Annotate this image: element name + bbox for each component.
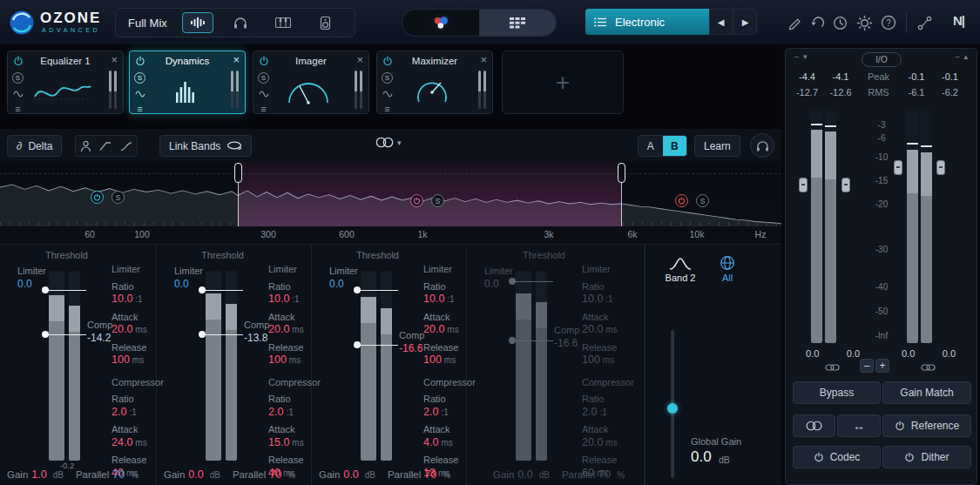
monitor-reference-button[interactable]	[310, 12, 341, 33]
limiter-attack-value[interactable]: 20.0ms	[112, 323, 164, 335]
signal-flow-button[interactable]	[915, 13, 934, 32]
global-gain-handle[interactable]	[667, 403, 678, 414]
compressor-attack-value[interactable]: 20.0ms	[582, 436, 634, 448]
spectrum-analyzer[interactable]: S S S 60 100 300 600 1k 3k 6k 10k	[0, 161, 781, 244]
band-meter[interactable]	[49, 271, 85, 461]
band2-solo-icon[interactable]: S	[431, 194, 444, 207]
slope-linear-icon[interactable]	[99, 140, 112, 152]
band2-power-icon[interactable]	[410, 194, 423, 207]
limiter-attack-value[interactable]: 20.0ms	[582, 323, 634, 335]
preset-prev-button[interactable]: ◀	[709, 9, 733, 35]
input-gain-right[interactable]: 0.0	[847, 348, 860, 359]
channel-swap-button[interactable]: ↔	[837, 414, 881, 437]
comp-threshold-value[interactable]: -16.6	[554, 337, 579, 350]
output-gain-left[interactable]: 0.0	[902, 348, 915, 359]
band4-solo-icon[interactable]: S	[696, 194, 709, 207]
link-bands-button[interactable]: Link Bands	[159, 135, 252, 157]
module-preset-icon[interactable]: ≡	[137, 104, 142, 113]
output-gain-handle-right[interactable]	[936, 160, 945, 175]
module-card-imager[interactable]: Imager × S ≡	[253, 51, 369, 114]
parallel-value[interactable]: 70	[269, 468, 281, 481]
add-module-slot[interactable]: +	[502, 51, 624, 114]
keyboard-button[interactable]	[267, 12, 299, 33]
limiter-threshold-handle[interactable]	[202, 290, 243, 291]
comp-threshold-value[interactable]: -16.6	[399, 342, 424, 355]
list-view-button[interactable]	[479, 10, 556, 36]
compressor-threshold-handle[interactable]	[202, 334, 243, 335]
bypass-button[interactable]: Bypass	[793, 381, 881, 404]
module-solo-button[interactable]: S	[134, 72, 145, 84]
input-gain-left[interactable]: 0.0	[806, 348, 819, 359]
compressor-ratio-value[interactable]: 2.0:1	[582, 406, 634, 418]
module-solo-button[interactable]: S	[382, 72, 393, 84]
limiter-threshold-handle[interactable]	[45, 290, 86, 291]
input-link-icon[interactable]	[825, 363, 840, 372]
all-bands-button[interactable]: All	[710, 255, 745, 283]
module-solo-button[interactable]: S	[258, 72, 269, 84]
module-card-dynamics[interactable]: Dynamics × S ≡	[129, 51, 246, 114]
zoom-out-button[interactable]: –	[860, 359, 874, 373]
stereo-mode-button[interactable]	[793, 414, 835, 437]
module-close-icon[interactable]: ×	[233, 54, 240, 65]
source-select[interactable]: Full Mix	[128, 17, 167, 30]
learn-button[interactable]: Learn	[694, 135, 740, 157]
output-link-icon[interactable]	[921, 363, 936, 372]
module-close-icon[interactable]: ×	[480, 54, 487, 65]
limiter-threshold-handle[interactable]	[512, 281, 553, 282]
reference-button[interactable]: Reference	[882, 414, 971, 437]
io-collapse-left[interactable]: –▾	[794, 52, 808, 61]
detection-filter-icon[interactable]	[80, 140, 91, 152]
undo-button[interactable]	[808, 13, 827, 32]
band-meter[interactable]	[516, 271, 552, 461]
ab-compare-b[interactable]: B	[663, 136, 687, 156]
help-button[interactable]: ?	[879, 13, 898, 32]
parallel-value[interactable]: 70	[112, 468, 125, 481]
band-gain-value[interactable]: 0.0	[343, 468, 358, 481]
waveform-view-button[interactable]	[182, 12, 213, 33]
compressor-threshold-handle[interactable]	[357, 345, 398, 346]
band1-solo-icon[interactable]: S	[112, 191, 125, 204]
output-gain-handle-left[interactable]	[894, 160, 902, 175]
compressor-threshold-handle[interactable]	[45, 334, 86, 335]
band-gain-value[interactable]: 0.0	[517, 468, 532, 481]
zoom-in-button[interactable]: +	[875, 359, 889, 373]
parallel-value[interactable]: 70	[598, 468, 611, 481]
input-gain-handle-left[interactable]	[799, 178, 808, 192]
limiter-threshold-handle[interactable]	[357, 290, 398, 291]
visual-view-button[interactable]	[402, 10, 479, 36]
gain-match-button[interactable]: Gain Match	[882, 381, 971, 404]
band-meter[interactable]	[206, 271, 242, 461]
global-gain-slider[interactable]	[671, 330, 674, 478]
band-meter[interactable]	[361, 271, 397, 461]
module-preset-icon[interactable]: ≡	[15, 104, 20, 113]
band-gain-value[interactable]: 1.0	[31, 468, 46, 481]
slope-curve-icon[interactable]	[120, 140, 132, 152]
comp-threshold-value[interactable]: -13.8	[244, 332, 269, 345]
parallel-value[interactable]: 70	[424, 468, 436, 481]
global-gain-value[interactable]: 0.0	[691, 448, 712, 466]
compressor-attack-value[interactable]: 24.0ms	[112, 436, 164, 448]
dither-button[interactable]: Dither	[882, 446, 971, 468]
rms-label[interactable]: RMS	[857, 87, 900, 98]
output-gain-right[interactable]: 0.0	[943, 348, 956, 359]
band1-power-icon[interactable]	[91, 191, 104, 204]
channel-selector[interactable]: ▾	[375, 137, 402, 148]
audition-headphones-button[interactable]	[750, 133, 774, 158]
module-preset-icon[interactable]: ≡	[260, 104, 266, 113]
delta-button[interactable]: ∂ Delta	[7, 135, 62, 157]
preset-selector[interactable]: Electronic	[585, 9, 709, 35]
ab-compare-a[interactable]: A	[639, 136, 663, 156]
band-select-button[interactable]: Band 2	[658, 255, 703, 283]
comp-threshold-value[interactable]: -14.2	[87, 332, 112, 345]
module-card-equalizer[interactable]: Equalizer 1 × S ≡	[7, 51, 124, 114]
limiter-ratio-value[interactable]: 10.0:1	[112, 293, 164, 305]
input-gain-handle-right[interactable]	[841, 178, 850, 192]
history-button[interactable]	[830, 13, 849, 32]
crossover-handle-2[interactable]	[621, 163, 622, 226]
module-close-icon[interactable]: ×	[356, 54, 363, 65]
peak-label[interactable]: Peak	[857, 71, 900, 82]
preset-next-button[interactable]: ▶	[733, 9, 757, 35]
settings-button[interactable]	[855, 13, 874, 32]
io-toggle[interactable]: I/O	[862, 52, 902, 67]
codec-button[interactable]: Codec	[793, 446, 881, 468]
